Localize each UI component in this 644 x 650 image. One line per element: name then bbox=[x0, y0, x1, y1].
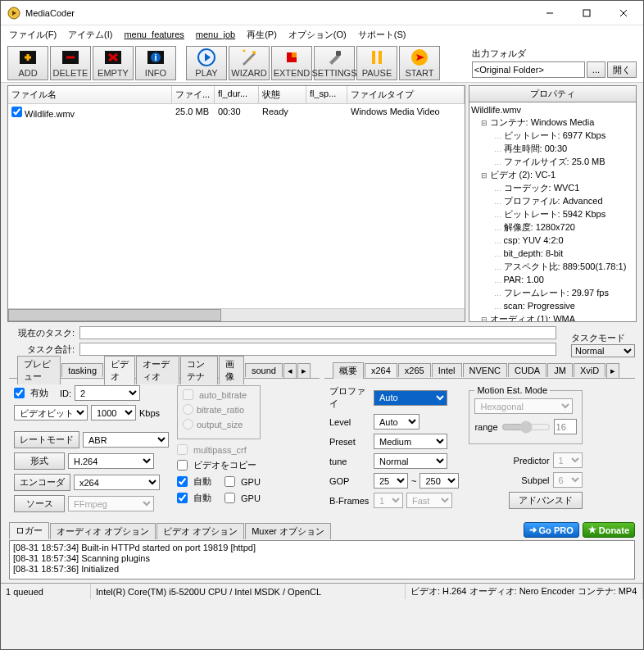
donate-button[interactable]: ★Donate bbox=[583, 522, 635, 538]
profile-select[interactable]: Auto bbox=[374, 390, 447, 406]
video-id-select[interactable]: 2 bbox=[75, 385, 140, 401]
go-pro-button[interactable]: ➜Go PRO bbox=[524, 522, 579, 538]
menu-options[interactable]: オプション(O) bbox=[283, 27, 351, 43]
range-value bbox=[554, 419, 577, 434]
file-row-checkbox[interactable] bbox=[11, 107, 22, 117]
col-duration[interactable]: fl_dur... bbox=[215, 86, 259, 103]
file-row-size: 25.0 MB bbox=[172, 106, 215, 120]
tab-container[interactable]: コンテナ bbox=[180, 356, 218, 384]
titlebar: MediaCoder bbox=[1, 1, 643, 25]
tab-jm[interactable]: JM bbox=[547, 363, 573, 377]
extend-button[interactable]: EXTEND bbox=[271, 46, 312, 80]
maximize-button[interactable] bbox=[568, 2, 605, 25]
output-open-button[interactable]: 開く bbox=[607, 61, 637, 78]
format-select[interactable]: H.264 bbox=[68, 453, 154, 469]
tab-intel[interactable]: Intel bbox=[432, 363, 462, 377]
tune-select[interactable]: Normal bbox=[374, 453, 447, 469]
play-button[interactable]: PLAY bbox=[186, 46, 227, 80]
file-row-duration: 00:30 bbox=[215, 106, 259, 120]
task-mode-select[interactable]: Normal bbox=[571, 344, 635, 357]
encoder-button[interactable]: エンコーダ bbox=[14, 474, 70, 491]
svg-rect-15 bbox=[336, 51, 341, 56]
format-button[interactable]: 形式 bbox=[14, 452, 65, 470]
preset-select[interactable]: Medium bbox=[374, 434, 447, 449]
start-button[interactable]: START bbox=[399, 46, 440, 80]
menu-item[interactable]: アイテム(I) bbox=[63, 27, 117, 43]
tab-picture[interactable]: 画像 bbox=[219, 356, 244, 384]
tab-video-options[interactable]: ビデオ オプション bbox=[156, 523, 244, 539]
add-button[interactable]: ADD bbox=[7, 46, 48, 80]
close-button[interactable] bbox=[605, 2, 642, 25]
bitrate-unit: Kbps bbox=[139, 408, 160, 418]
auto1-checkbox[interactable] bbox=[177, 476, 188, 487]
empty-button[interactable]: EMPTY bbox=[93, 46, 134, 80]
rate-mode-button[interactable]: レートモード bbox=[14, 431, 79, 448]
tab-nav-left[interactable]: ◂ bbox=[283, 363, 297, 378]
file-list-hscroll[interactable] bbox=[8, 308, 465, 321]
right-tabs: 概要 x264 x265 Intel NVENC CUDA JM XviD ▸ bbox=[324, 361, 635, 379]
output-folder-field[interactable] bbox=[472, 61, 585, 78]
svg-rect-2 bbox=[583, 10, 590, 16]
auto2-checkbox[interactable] bbox=[177, 493, 188, 503]
level-select[interactable]: Auto bbox=[374, 414, 420, 430]
predictor-label: Predictor bbox=[514, 456, 550, 466]
menu-job[interactable]: menu_job bbox=[191, 28, 240, 41]
tab-preview[interactable]: プレビュー bbox=[17, 356, 61, 384]
delete-button[interactable]: DELETE bbox=[50, 46, 91, 80]
gpu2-checkbox[interactable] bbox=[224, 493, 235, 503]
encoder-select[interactable]: x264 bbox=[74, 475, 160, 490]
current-task-bar bbox=[79, 326, 556, 339]
tab-sound[interactable]: sound bbox=[245, 363, 283, 377]
tab-logger[interactable]: ロガー bbox=[9, 522, 49, 539]
advanced-button[interactable]: アドバンスド bbox=[509, 492, 583, 509]
tab-nav-right[interactable]: ▸ bbox=[297, 363, 311, 378]
wizard-button[interactable]: WIZARD bbox=[229, 46, 270, 80]
tab-xvid[interactable]: XviD bbox=[574, 363, 605, 377]
tab-audio-options[interactable]: オーディオ オプション bbox=[50, 523, 156, 539]
tab-x265[interactable]: x265 bbox=[398, 363, 431, 377]
col-speed[interactable]: fl_sp... bbox=[306, 86, 347, 103]
tab-muxer-options[interactable]: Muxer オプション bbox=[245, 523, 331, 539]
output-size-radio bbox=[183, 419, 193, 430]
tab-x264[interactable]: x264 bbox=[365, 363, 397, 378]
output-browse-button[interactable]: ... bbox=[587, 61, 605, 78]
copy-video-checkbox[interactable] bbox=[177, 460, 188, 470]
source-button[interactable]: ソース bbox=[14, 495, 65, 512]
bitrate-value-select[interactable]: 1000 bbox=[91, 405, 136, 420]
info-button[interactable]: iINFO bbox=[135, 46, 176, 80]
col-type[interactable]: ファイルタイプ bbox=[347, 86, 465, 103]
log-box[interactable]: [08-31 18:57:34] Built-in HTTPd started … bbox=[9, 540, 635, 580]
menu-file[interactable]: ファイル(F) bbox=[4, 27, 61, 43]
current-task-label: 現在のタスク: bbox=[17, 327, 75, 339]
predictor-select: 1 bbox=[553, 452, 583, 468]
properties-tree[interactable]: Wildlife.wmv コンテナ: Windows Media ビットレート:… bbox=[469, 102, 637, 322]
menu-support[interactable]: サポート(S) bbox=[353, 27, 411, 43]
log-line: [08-31 18:57:34] Built-in HTTPd started … bbox=[13, 543, 631, 553]
menu-features[interactable]: menu_features bbox=[119, 28, 188, 41]
tab-nav-right2[interactable]: ▸ bbox=[606, 363, 619, 378]
col-filename[interactable]: ファイル名 bbox=[8, 86, 172, 103]
range-slider bbox=[501, 420, 551, 434]
tab-summary[interactable]: 概要 bbox=[333, 362, 364, 379]
gop-min-select[interactable]: 25 bbox=[374, 473, 408, 489]
tab-audio[interactable]: オーディオ bbox=[136, 356, 179, 384]
tab-video[interactable]: ビデオ bbox=[104, 356, 135, 385]
video-enable-checkbox[interactable] bbox=[14, 388, 25, 398]
menu-play[interactable]: 再生(P) bbox=[242, 27, 282, 43]
bitrate-mode-select[interactable]: ビデオビットレー bbox=[14, 405, 88, 420]
minimize-button[interactable] bbox=[531, 2, 568, 25]
bframes-n-select: 1 bbox=[374, 493, 403, 508]
gpu1-checkbox[interactable] bbox=[224, 476, 235, 487]
tab-nvenc[interactable]: NVENC bbox=[463, 363, 508, 377]
settings-button[interactable]: SETTINGS bbox=[314, 46, 355, 80]
tab-tasking[interactable]: tasking bbox=[61, 363, 103, 377]
col-size[interactable]: ファイ... bbox=[172, 86, 215, 103]
file-row[interactable]: Wildlife.wmv 25.0 MB 00:30 Ready Windows… bbox=[8, 104, 465, 121]
rate-mode-select[interactable]: ABR bbox=[83, 432, 169, 448]
pause-button[interactable]: PAUSE bbox=[356, 46, 397, 80]
gop-max-select[interactable]: 250 bbox=[420, 473, 459, 489]
svg-rect-16 bbox=[372, 51, 375, 64]
tab-cuda[interactable]: CUDA bbox=[508, 363, 546, 377]
col-state[interactable]: 状態 bbox=[259, 86, 306, 103]
source-select: FFmpeg bbox=[68, 496, 154, 511]
